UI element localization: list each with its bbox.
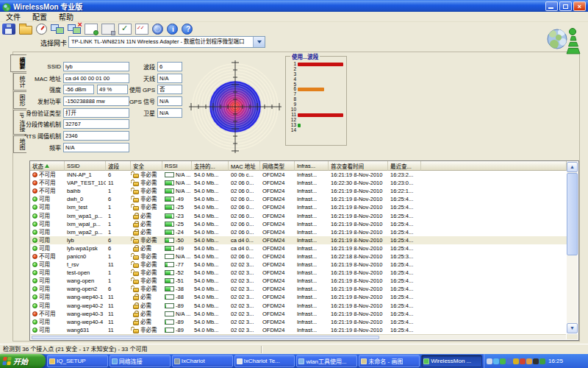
padlock-icon (133, 280, 139, 284)
restore-button[interactable] (559, 1, 572, 11)
cell-rssi: -89 (162, 318, 192, 326)
table-row[interactable]: 可用 lxm_wpa2_p... 1 必需 -24 54.0 Mb... 02 … (30, 228, 567, 236)
minimize-button[interactable] (545, 1, 558, 11)
close-button[interactable]: × (573, 1, 586, 11)
gauge-icon[interactable] (36, 24, 47, 35)
side-tab[interactable]: 摘要 (10, 54, 26, 72)
horizontal-scrollbar[interactable] (31, 334, 566, 339)
help-icon[interactable] (182, 24, 193, 35)
network-status-icon[interactable] (493, 358, 499, 364)
eject-hardware-icon[interactable] (487, 358, 492, 364)
table-row[interactable]: 可用 lyb-wpa1psk 6 必需 -49 54.0 Mb... ca d4… (30, 244, 567, 252)
info-icon[interactable] (167, 24, 178, 35)
taskbar-button[interactable]: IxChariot Te... (234, 355, 295, 367)
taskbar-button[interactable]: wlan工具使用... (296, 355, 357, 367)
scroll-down-button[interactable]: ▼ (567, 323, 578, 333)
column-header-first-seen[interactable]: 首次查看时间 (329, 161, 388, 171)
table-row[interactable]: 可用 wang631 11 非必需 -89 54.0 Mb... 02 02 3… (30, 326, 567, 334)
table-row[interactable]: 可用 wang-open2 6 非必需 -38 54.0 Mb... 02 02… (30, 285, 567, 293)
status-circle-icon (32, 262, 37, 267)
table-row[interactable]: 可用 lxm_wpal_p... 1 必需 -25 54.0 Mb... 02 … (30, 220, 567, 228)
status-text: 可用 (39, 302, 50, 310)
export-report-icon[interactable] (85, 24, 98, 35)
web-globe-icon[interactable] (152, 24, 163, 35)
table-row[interactable]: 不可用 baihb 1 非必需 N/A ... 54.0 Mb... 02 06… (30, 187, 567, 195)
cell-supported-rates: 54.0 Mb... (192, 310, 229, 318)
cell-mac: 02 02 3... (229, 293, 260, 301)
save-icon[interactable] (2, 24, 15, 35)
taskbar-button[interactable]: 网络连接 (110, 355, 171, 367)
column-header-mac[interactable]: MAC 地址 (229, 161, 260, 171)
vertical-scrollbar[interactable]: ▲ ▼ (567, 162, 578, 333)
table-row[interactable]: 可用 dwh_0 6 非必需 -49 54.0 Mb... 02 06 0...… (30, 195, 567, 203)
disconnect-network-icon[interactable] (68, 24, 81, 35)
side-tab[interactable]: 图形 (13, 91, 26, 109)
media-player-icon[interactable] (526, 358, 532, 364)
table-row[interactable]: 不可用 wang-wep40-3 11 必需 N/A ... 54.0 Mb..… (30, 310, 567, 318)
table-row[interactable]: 可用 wang-open 1 非必需 -51 54.0 Mb... 02 02 … (30, 277, 567, 285)
adapter-combobox[interactable]: TP-LINK TL-WN821N 11N Wireless Adapter -… (68, 36, 265, 48)
scroll-up-button[interactable]: ▲ (567, 162, 578, 172)
column-header-channel[interactable]: 波段 (106, 161, 131, 171)
cell-last-seen: 16:25:4... (388, 310, 421, 318)
table-row[interactable]: 不可用 panicn0 1 非必需 N/A ... 54.0 Mb... 02 … (30, 252, 567, 261)
table-row[interactable]: 可用 lxm_test 1 非必需 -25 54.0 Mb... 02 06 0… (30, 203, 567, 211)
padlock-icon (133, 329, 139, 333)
security-alert-icon[interactable] (513, 358, 519, 364)
column-header-label: 状态 (32, 162, 43, 170)
start-button[interactable]: 开始 (0, 354, 46, 368)
side-tab[interactable]: IP 连接 (13, 110, 26, 135)
edit-check-icon[interactable] (118, 24, 132, 35)
column-header-rssi[interactable]: RSSI (162, 161, 192, 171)
rssi-text: -52 (176, 269, 184, 277)
scrollbar-thumb[interactable] (567, 173, 578, 255)
cell-ssid: wang-wep40-1 (65, 293, 106, 301)
padlock-icon (133, 182, 139, 186)
column-header-supported-rates[interactable]: 支持的... (192, 161, 229, 171)
cell-status: 不可用 (30, 179, 65, 187)
horizontal-scrollbar-thumb[interactable] (32, 336, 379, 339)
table-row[interactable]: 可用 lyb 6 非必需 -50 54.0 Mb... ca d4 0... O… (30, 236, 567, 244)
print-page-icon[interactable] (101, 24, 115, 35)
table-row[interactable]: 可用 test-open 1 非必需 -52 54.0 Mb... 02 02 … (30, 269, 567, 277)
checklist-icon[interactable] (135, 24, 148, 35)
column-header-status[interactable]: 状态 (30, 161, 65, 171)
update-icon[interactable] (520, 358, 526, 364)
reconnect-network-icon[interactable] (51, 24, 64, 35)
table-row[interactable]: 不可用 VAP_TEST_11G 11 非必需 N/A ... 54.0 Mb.… (30, 179, 567, 187)
table-row[interactable]: 不可用 INN-AP_1 6 非必需 N/A ... 54.0 Mb... 00… (30, 171, 567, 179)
column-header-ssid[interactable]: SSID (65, 161, 106, 171)
table-row[interactable]: 可用 wang-wep40-1 11 必需 -88 54.0 Mb... 02 … (30, 293, 567, 301)
statusbar-divider (261, 346, 262, 353)
menu-item[interactable]: 配置 (26, 11, 53, 22)
menu-item[interactable]: 文件 (0, 11, 26, 22)
messenger-icon[interactable] (506, 358, 512, 364)
security-text: 必需 (140, 293, 151, 301)
side-tab[interactable]: 统计 (13, 73, 26, 91)
table-row[interactable]: 可用 lxm_wpa1_p... 1 必需 -23 54.0 Mb... 02 … (30, 211, 567, 219)
cell-ssid: lyb (65, 236, 106, 244)
taskbar-button[interactable]: WirelessMon ... (421, 355, 482, 367)
cell-network-type: OFDM24 (260, 212, 295, 220)
antivirus-shield-icon[interactable] (539, 358, 545, 364)
status-text: 可用 (39, 228, 50, 236)
start-button-label: 开始 (13, 355, 28, 367)
taskbar-button[interactable]: IQ_SETUP (47, 355, 108, 367)
taskbar-button[interactable]: 未命名 - 画图 (359, 355, 420, 367)
column-header-infrastructure[interactable]: Infras... (295, 161, 329, 171)
combo-dropdown-button[interactable] (253, 37, 265, 47)
column-header-last-seen[interactable]: 最近查... (388, 161, 421, 171)
status-text: 不可用 (39, 310, 56, 318)
column-header-security[interactable]: 安全 (131, 161, 162, 171)
column-header-network-type[interactable]: 网络类型 (260, 161, 295, 171)
menu-item[interactable]: 帮助 (53, 11, 79, 22)
signal-strength-icon[interactable] (500, 358, 506, 364)
cell-first-seen: 16:21:19 8-Nov-2010 (329, 203, 388, 211)
close-program-icon[interactable] (533, 358, 539, 364)
taskbar-button[interactable]: IxChariot (172, 355, 233, 367)
table-row[interactable]: 可用 wang-wep40-2 11 必需 -89 54.0 Mb... 02 … (30, 302, 567, 310)
side-tab[interactable]: 地图 (13, 135, 26, 153)
open-folder-icon[interactable] (19, 26, 32, 35)
table-row[interactable]: 可用 wang-wep40-4 11 必需 -89 54.0 Mb... 02 … (30, 318, 567, 326)
table-row[interactable]: 可用 t_rsv 11 非必需 -77 54.0 Mb... 02 02 3..… (30, 261, 567, 269)
